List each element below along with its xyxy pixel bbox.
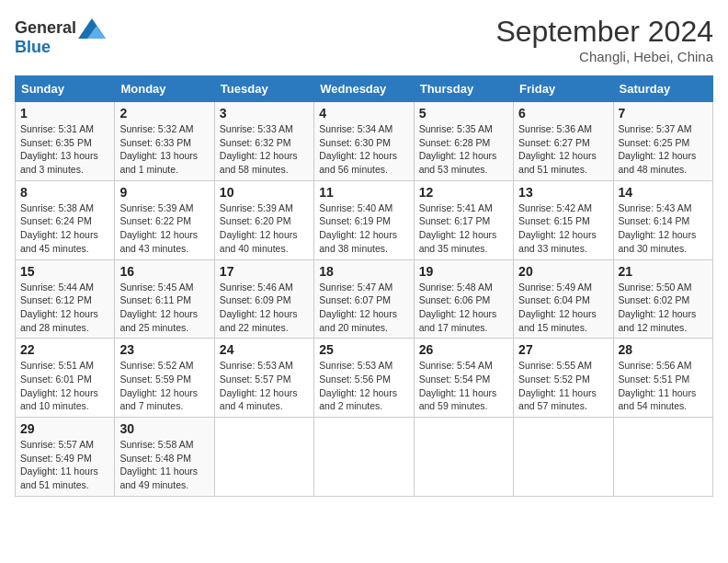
day-number: 19 xyxy=(419,264,508,279)
calendar-cell: 25Sunrise: 5:53 AM Sunset: 5:56 PM Dayli… xyxy=(314,339,414,418)
calendar-cell: 27Sunrise: 5:55 AM Sunset: 5:52 PM Dayli… xyxy=(514,339,613,418)
day-number: 18 xyxy=(319,264,408,279)
day-header-row: Sunday Monday Tuesday Wednesday Thursday… xyxy=(16,76,713,102)
day-info: Sunrise: 5:45 AM Sunset: 6:11 PM Dayligh… xyxy=(119,281,209,335)
day-number: 28 xyxy=(619,342,708,357)
calendar-cell xyxy=(214,418,313,497)
day-info: Sunrise: 5:38 AM Sunset: 6:24 PM Dayligh… xyxy=(20,201,109,256)
logo: General Blue xyxy=(15,15,108,57)
day-number: 21 xyxy=(619,264,708,279)
day-number: 11 xyxy=(319,185,408,200)
day-info: Sunrise: 5:46 AM Sunset: 6:09 PM Dayligh… xyxy=(220,281,309,335)
calendar-cell: 16Sunrise: 5:45 AM Sunset: 6:11 PM Dayli… xyxy=(115,259,214,339)
day-info: Sunrise: 5:31 AM Sunset: 6:35 PM Dayligh… xyxy=(20,122,109,177)
calendar-cell: 13Sunrise: 5:42 AM Sunset: 6:15 PM Dayli… xyxy=(514,180,613,259)
week-row-3: 15Sunrise: 5:44 AM Sunset: 6:12 PM Dayli… xyxy=(16,259,713,339)
calendar-cell: 9Sunrise: 5:39 AM Sunset: 6:22 PM Daylig… xyxy=(115,180,214,259)
day-number: 15 xyxy=(20,264,109,279)
location-subtitle: Changli, Hebei, China xyxy=(495,49,713,64)
day-number: 2 xyxy=(119,106,209,121)
calendar-cell: 11Sunrise: 5:40 AM Sunset: 6:19 PM Dayli… xyxy=(314,180,414,259)
day-info: Sunrise: 5:55 AM Sunset: 5:52 PM Dayligh… xyxy=(518,359,608,413)
day-info: Sunrise: 5:40 AM Sunset: 6:19 PM Dayligh… xyxy=(319,201,408,256)
day-number: 6 xyxy=(518,106,608,121)
calendar-cell: 6Sunrise: 5:36 AM Sunset: 6:27 PM Daylig… xyxy=(514,102,613,181)
calendar-cell: 4Sunrise: 5:34 AM Sunset: 6:30 PM Daylig… xyxy=(314,102,414,181)
day-number: 1 xyxy=(20,106,109,121)
day-info: Sunrise: 5:51 AM Sunset: 6:01 PM Dayligh… xyxy=(20,359,109,413)
day-number: 8 xyxy=(20,185,109,200)
day-info: Sunrise: 5:54 AM Sunset: 5:54 PM Dayligh… xyxy=(419,359,508,413)
col-sunday: Sunday xyxy=(16,76,115,102)
day-info: Sunrise: 5:41 AM Sunset: 6:17 PM Dayligh… xyxy=(419,201,508,256)
week-row-1: 1Sunrise: 5:31 AM Sunset: 6:35 PM Daylig… xyxy=(16,102,713,181)
day-number: 9 xyxy=(119,185,209,200)
day-info: Sunrise: 5:53 AM Sunset: 5:57 PM Dayligh… xyxy=(220,359,309,413)
calendar-cell: 2Sunrise: 5:32 AM Sunset: 6:33 PM Daylig… xyxy=(115,102,214,181)
title-area: September 2024 Changli, Hebei, China xyxy=(495,15,713,64)
day-info: Sunrise: 5:52 AM Sunset: 5:59 PM Dayligh… xyxy=(119,359,209,413)
calendar-cell: 30Sunrise: 5:58 AM Sunset: 5:48 PM Dayli… xyxy=(115,418,214,497)
day-info: Sunrise: 5:53 AM Sunset: 5:56 PM Dayligh… xyxy=(319,359,408,413)
day-info: Sunrise: 5:39 AM Sunset: 6:20 PM Dayligh… xyxy=(220,201,309,256)
week-row-4: 22Sunrise: 5:51 AM Sunset: 6:01 PM Dayli… xyxy=(16,339,713,418)
day-info: Sunrise: 5:57 AM Sunset: 5:49 PM Dayligh… xyxy=(20,438,109,492)
day-info: Sunrise: 5:34 AM Sunset: 6:30 PM Dayligh… xyxy=(319,122,408,177)
day-number: 17 xyxy=(220,264,309,279)
calendar-cell: 23Sunrise: 5:52 AM Sunset: 5:59 PM Dayli… xyxy=(115,339,214,418)
day-number: 30 xyxy=(119,421,209,436)
col-thursday: Thursday xyxy=(414,76,513,102)
day-number: 26 xyxy=(419,342,508,357)
calendar-cell: 21Sunrise: 5:50 AM Sunset: 6:02 PM Dayli… xyxy=(613,259,712,339)
day-info: Sunrise: 5:33 AM Sunset: 6:32 PM Dayligh… xyxy=(220,122,309,177)
calendar-cell: 5Sunrise: 5:35 AM Sunset: 6:28 PM Daylig… xyxy=(414,102,513,181)
day-info: Sunrise: 5:49 AM Sunset: 6:04 PM Dayligh… xyxy=(518,281,608,335)
calendar-cell xyxy=(613,418,712,497)
col-monday: Monday xyxy=(115,76,214,102)
calendar-table: Sunday Monday Tuesday Wednesday Thursday… xyxy=(15,75,713,497)
day-info: Sunrise: 5:32 AM Sunset: 6:33 PM Dayligh… xyxy=(119,122,209,177)
calendar-cell xyxy=(414,418,513,497)
day-number: 16 xyxy=(119,264,209,279)
week-row-2: 8Sunrise: 5:38 AM Sunset: 6:24 PM Daylig… xyxy=(16,180,713,259)
calendar-cell xyxy=(314,418,414,497)
day-info: Sunrise: 5:47 AM Sunset: 6:07 PM Dayligh… xyxy=(319,281,408,335)
day-info: Sunrise: 5:50 AM Sunset: 6:02 PM Dayligh… xyxy=(619,281,708,335)
day-number: 14 xyxy=(619,185,708,200)
day-number: 5 xyxy=(419,106,508,121)
day-number: 3 xyxy=(220,106,309,121)
calendar-cell: 12Sunrise: 5:41 AM Sunset: 6:17 PM Dayli… xyxy=(414,180,513,259)
calendar-cell: 28Sunrise: 5:56 AM Sunset: 5:51 PM Dayli… xyxy=(613,339,712,418)
day-number: 25 xyxy=(319,342,408,357)
calendar-cell: 14Sunrise: 5:43 AM Sunset: 6:14 PM Dayli… xyxy=(613,180,712,259)
day-number: 29 xyxy=(20,421,109,436)
day-number: 13 xyxy=(518,185,608,200)
day-info: Sunrise: 5:44 AM Sunset: 6:12 PM Dayligh… xyxy=(20,281,109,335)
day-info: Sunrise: 5:36 AM Sunset: 6:27 PM Dayligh… xyxy=(518,122,608,177)
calendar-cell: 20Sunrise: 5:49 AM Sunset: 6:04 PM Dayli… xyxy=(514,259,613,339)
month-title: September 2024 xyxy=(495,15,713,49)
col-saturday: Saturday xyxy=(613,76,712,102)
day-info: Sunrise: 5:42 AM Sunset: 6:15 PM Dayligh… xyxy=(518,201,608,256)
calendar-cell: 1Sunrise: 5:31 AM Sunset: 6:35 PM Daylig… xyxy=(16,102,115,181)
day-number: 24 xyxy=(220,342,309,357)
day-info: Sunrise: 5:35 AM Sunset: 6:28 PM Dayligh… xyxy=(419,122,508,177)
col-friday: Friday xyxy=(514,76,613,102)
page-header: General Blue September 2024 Changli, Heb… xyxy=(15,15,713,64)
day-info: Sunrise: 5:58 AM Sunset: 5:48 PM Dayligh… xyxy=(119,438,209,492)
col-tuesday: Tuesday xyxy=(214,76,313,102)
calendar-cell: 17Sunrise: 5:46 AM Sunset: 6:09 PM Dayli… xyxy=(214,259,313,339)
day-info: Sunrise: 5:37 AM Sunset: 6:25 PM Dayligh… xyxy=(619,122,708,177)
day-info: Sunrise: 5:48 AM Sunset: 6:06 PM Dayligh… xyxy=(419,281,508,335)
calendar-cell: 7Sunrise: 5:37 AM Sunset: 6:25 PM Daylig… xyxy=(613,102,712,181)
calendar-cell: 18Sunrise: 5:47 AM Sunset: 6:07 PM Dayli… xyxy=(314,259,414,339)
week-row-5: 29Sunrise: 5:57 AM Sunset: 5:49 PM Dayli… xyxy=(16,418,713,497)
calendar-cell: 10Sunrise: 5:39 AM Sunset: 6:20 PM Dayli… xyxy=(214,180,313,259)
calendar-cell: 22Sunrise: 5:51 AM Sunset: 6:01 PM Dayli… xyxy=(16,339,115,418)
calendar-cell: 3Sunrise: 5:33 AM Sunset: 6:32 PM Daylig… xyxy=(214,102,313,181)
day-info: Sunrise: 5:56 AM Sunset: 5:51 PM Dayligh… xyxy=(619,359,708,413)
logo-blue: Blue xyxy=(15,38,51,56)
calendar-cell: 8Sunrise: 5:38 AM Sunset: 6:24 PM Daylig… xyxy=(16,180,115,259)
day-number: 27 xyxy=(518,342,608,357)
day-info: Sunrise: 5:39 AM Sunset: 6:22 PM Dayligh… xyxy=(119,201,209,256)
